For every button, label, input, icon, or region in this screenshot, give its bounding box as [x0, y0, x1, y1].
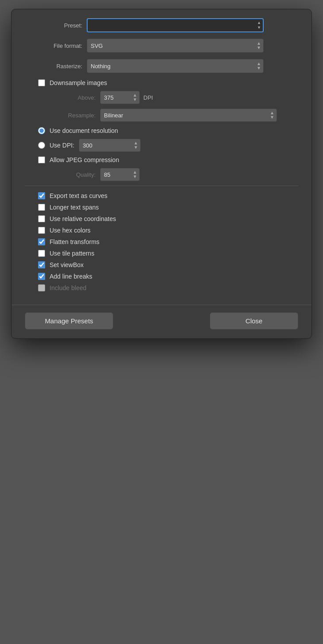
dpi-unit: DPI	[143, 94, 153, 101]
above-select[interactable]: 375	[100, 91, 140, 104]
close-button[interactable]: Close	[210, 312, 298, 330]
quality-row: Quality: 85 ▲ ▼	[25, 168, 298, 181]
use-dpi-label[interactable]: Use DPI:	[50, 142, 74, 149]
separator	[25, 186, 298, 186]
downsample-row: Downsample images	[25, 79, 298, 86]
above-row: Above: 375 ▲ ▼ DPI	[25, 91, 298, 104]
resample-select[interactable]: Bilinear	[100, 109, 277, 122]
flatten-checkbox[interactable]	[38, 238, 45, 245]
longer-text-checkbox[interactable]	[38, 204, 45, 211]
use-tile-checkbox[interactable]	[38, 250, 45, 257]
file-format-wrapper: SVG ▲ ▼	[87, 39, 264, 53]
resample-wrapper: Bilinear ▲ ▼	[100, 109, 277, 122]
allow-jpeg-row: Allow JPEG compression	[25, 156, 298, 163]
quality-select[interactable]: 85	[100, 168, 140, 181]
add-linebreaks-checkbox[interactable]	[38, 273, 45, 280]
dpi-select-wrapper: 300 ▲ ▼	[79, 139, 141, 152]
dpi-select[interactable]: 300	[79, 139, 141, 152]
use-doc-resolution-radio[interactable]	[38, 127, 45, 134]
dialog-footer: Manage Presets Close	[12, 305, 311, 338]
quality-label: Quality:	[38, 171, 96, 178]
resample-label: Resample:	[38, 112, 96, 119]
use-tile-label[interactable]: Use tile patterns	[50, 250, 94, 257]
set-viewbox-checkbox[interactable]	[38, 261, 45, 268]
use-hex-row: Use hex colors	[25, 227, 298, 234]
rasterize-wrapper: Nothing ▲ ▼	[87, 59, 264, 73]
preset-row: Preset: ▲ ▼	[25, 18, 298, 32]
use-hex-label[interactable]: Use hex colors	[50, 227, 91, 234]
export-text-label[interactable]: Export text as curves	[50, 192, 108, 199]
use-doc-resolution-row: Use document resolution	[25, 127, 298, 134]
export-text-row: Export text as curves	[25, 192, 298, 199]
quality-wrapper: 85 ▲ ▼	[100, 168, 140, 181]
downsample-checkbox[interactable]	[38, 79, 45, 86]
add-linebreaks-row: Add line breaks	[25, 273, 298, 280]
above-label: Above:	[38, 94, 96, 101]
use-dpi-radio[interactable]	[38, 142, 45, 149]
above-wrapper: 375 ▲ ▼	[100, 91, 140, 104]
resample-row: Resample: Bilinear ▲ ▼	[25, 109, 298, 122]
file-format-select[interactable]: SVG	[87, 39, 264, 53]
flatten-row: Flatten transforms	[25, 238, 298, 245]
include-bleed-checkbox	[38, 284, 45, 291]
set-viewbox-row: Set viewBox	[25, 261, 298, 268]
preset-wrapper: ▲ ▼	[87, 18, 264, 32]
longer-text-row: Longer text spans	[25, 204, 298, 211]
use-relative-row: Use relative coordinates	[25, 215, 298, 222]
preset-label: Preset:	[25, 22, 82, 29]
downsample-label[interactable]: Downsample images	[50, 79, 107, 86]
add-linebreaks-label[interactable]: Add line breaks	[50, 273, 92, 280]
allow-jpeg-checkbox[interactable]	[38, 156, 45, 163]
file-format-label: File format:	[25, 43, 82, 49]
preset-input[interactable]	[87, 18, 264, 32]
use-relative-label[interactable]: Use relative coordinates	[50, 215, 116, 222]
manage-presets-button[interactable]: Manage Presets	[25, 312, 113, 330]
longer-text-label[interactable]: Longer text spans	[50, 204, 99, 211]
export-text-checkbox[interactable]	[38, 192, 45, 199]
use-doc-resolution-label[interactable]: Use document resolution	[50, 127, 118, 134]
dialog-body: Preset: ▲ ▼ File format: SVG ▲ ▼	[12, 9, 311, 300]
export-dialog: Preset: ▲ ▼ File format: SVG ▲ ▼	[11, 9, 312, 339]
file-format-row: File format: SVG ▲ ▼	[25, 39, 298, 53]
set-viewbox-label[interactable]: Set viewBox	[50, 261, 84, 268]
include-bleed-row: Include bleed	[25, 284, 298, 291]
use-hex-checkbox[interactable]	[38, 227, 45, 234]
use-relative-checkbox[interactable]	[38, 215, 45, 222]
rasterize-label: Rasterize:	[25, 63, 82, 70]
allow-jpeg-label[interactable]: Allow JPEG compression	[50, 156, 119, 163]
include-bleed-label: Include bleed	[50, 284, 86, 291]
flatten-label[interactable]: Flatten transforms	[50, 238, 100, 245]
rasterize-select[interactable]: Nothing	[87, 59, 264, 73]
use-tile-row: Use tile patterns	[25, 250, 298, 257]
use-dpi-row: Use DPI: 300 ▲ ▼	[25, 139, 298, 152]
rasterize-row: Rasterize: Nothing ▲ ▼	[25, 59, 298, 73]
